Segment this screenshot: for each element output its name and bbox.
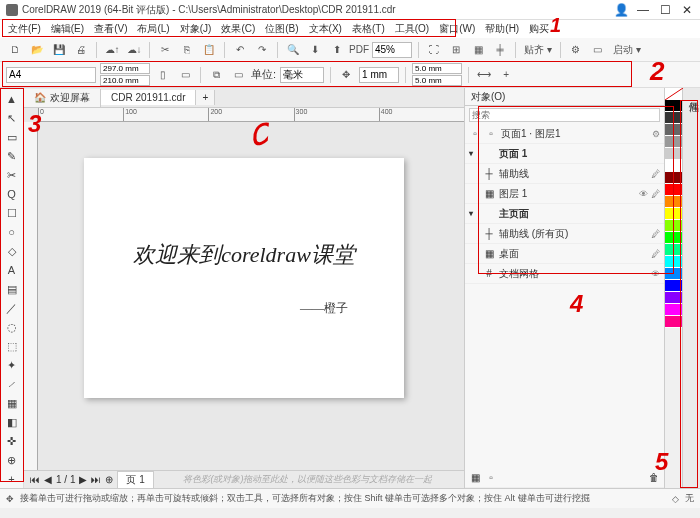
current-page-icon[interactable]: ▭: [229, 66, 247, 84]
nudge-input[interactable]: [359, 67, 399, 83]
page-tab[interactable]: 页 1: [117, 471, 153, 489]
menu-view[interactable]: 查看(V): [90, 22, 131, 36]
new-master-icon[interactable]: ▫: [485, 472, 497, 483]
tool-18[interactable]: ✜: [2, 432, 22, 450]
new-icon[interactable]: 🗋: [6, 41, 24, 59]
tool-17[interactable]: ◧: [2, 413, 22, 431]
minimize-button[interactable]: —: [636, 3, 650, 17]
page-height-input[interactable]: [100, 75, 150, 86]
tab-welcome[interactable]: 🏠 欢迎屏幕: [24, 89, 101, 107]
menu-tools[interactable]: 工具(O): [391, 22, 433, 36]
unit-select[interactable]: [280, 67, 324, 83]
tool-8[interactable]: ◇: [2, 242, 22, 260]
menu-help[interactable]: 帮助(H): [481, 22, 523, 36]
object-item-4[interactable]: ┼辅助线 (所有页)🖉: [465, 224, 664, 244]
rulers-icon[interactable]: ⊞: [447, 41, 465, 59]
treat-as-icon[interactable]: ⟷: [475, 66, 493, 84]
grid-icon[interactable]: ▦: [469, 41, 487, 59]
object-item-5[interactable]: ▦桌面🖉: [465, 244, 664, 264]
object-item-0[interactable]: ▾页面 1: [465, 144, 664, 164]
docker-tabs[interactable]: 属性: [682, 88, 700, 488]
expand-icon[interactable]: ▾: [469, 149, 479, 158]
snap-dropdown[interactable]: 贴齐 ▾: [522, 43, 554, 57]
color-swatch-5[interactable]: [665, 160, 682, 172]
color-swatch-11[interactable]: [665, 232, 682, 244]
dup-y-input[interactable]: [412, 75, 462, 86]
tool-1[interactable]: ↖: [2, 109, 22, 127]
color-swatch-13[interactable]: [665, 256, 682, 268]
menu-file[interactable]: 文件(F): [4, 22, 45, 36]
cut-icon[interactable]: ✂: [156, 41, 174, 59]
expand-icon[interactable]: ▾: [469, 209, 479, 218]
user-icon[interactable]: 👤: [614, 3, 628, 17]
first-page-icon[interactable]: ⏮: [30, 474, 40, 485]
pdf-icon[interactable]: PDF: [350, 41, 368, 59]
object-item-3[interactable]: ▾主页面: [465, 204, 664, 224]
paper-size-select[interactable]: [6, 67, 96, 83]
tool-15[interactable]: ⟋: [2, 375, 22, 393]
all-pages-icon[interactable]: ⧉: [207, 66, 225, 84]
color-swatch-1[interactable]: [665, 112, 682, 124]
tool-19[interactable]: ⊕: [2, 451, 22, 469]
canvas[interactable]: 0100200300400 欢迎来到coreldraw课堂 ——橙子: [24, 108, 464, 470]
tool-7[interactable]: ○: [2, 223, 22, 241]
object-item-2[interactable]: ▦图层 1👁 🖉: [465, 184, 664, 204]
tool-12[interactable]: ◌: [2, 318, 22, 336]
page-width-input[interactable]: [100, 63, 150, 74]
add-tab-button[interactable]: +: [196, 90, 215, 105]
add-preset-icon[interactable]: +: [497, 66, 515, 84]
menu-window[interactable]: 窗口(W): [435, 22, 479, 36]
color-swatch-6[interactable]: [665, 172, 682, 184]
next-page-icon[interactable]: ▶: [79, 474, 87, 485]
dup-x-input[interactable]: [412, 63, 462, 74]
menu-buy[interactable]: 购买: [525, 22, 553, 36]
item-status-icons[interactable]: 🖉: [651, 169, 660, 179]
item-status-icons[interactable]: 👁: [651, 269, 660, 279]
objects-search-input[interactable]: [469, 108, 660, 122]
item-status-icons[interactable]: 🖉: [651, 229, 660, 239]
menu-text[interactable]: 文本(X): [305, 22, 346, 36]
prev-page-icon[interactable]: ◀: [44, 474, 52, 485]
item-status-icons[interactable]: 🖉: [651, 249, 660, 259]
object-item-1[interactable]: ┼辅助线🖉: [465, 164, 664, 184]
color-swatch-12[interactable]: [665, 244, 682, 256]
tool-0[interactable]: ▲: [2, 90, 22, 108]
color-swatch-9[interactable]: [665, 208, 682, 220]
options-icon[interactable]: ⚙: [567, 41, 585, 59]
layout-icon[interactable]: ▭: [589, 41, 607, 59]
menu-object[interactable]: 对象(J): [176, 22, 216, 36]
close-button[interactable]: ✕: [680, 3, 694, 17]
color-swatch-8[interactable]: [665, 196, 682, 208]
tool-9[interactable]: A: [2, 261, 22, 279]
color-swatch-16[interactable]: [665, 292, 682, 304]
color-swatch-3[interactable]: [665, 136, 682, 148]
save-icon[interactable]: 💾: [50, 41, 68, 59]
color-swatch-14[interactable]: [665, 268, 682, 280]
menu-table[interactable]: 表格(T): [348, 22, 389, 36]
tool-4[interactable]: ✂: [2, 166, 22, 184]
color-swatch-7[interactable]: [665, 184, 682, 196]
print-icon[interactable]: 🖨: [72, 41, 90, 59]
search-icon[interactable]: 🔍: [284, 41, 302, 59]
object-item-6[interactable]: #文档网格👁: [465, 264, 664, 284]
copy-icon[interactable]: ⎘: [178, 41, 196, 59]
last-page-icon[interactable]: ⏭: [91, 474, 101, 485]
portrait-icon[interactable]: ▯: [154, 66, 172, 84]
maximize-button[interactable]: ☐: [658, 3, 672, 17]
export-icon[interactable]: ⬆: [328, 41, 346, 59]
item-status-icons[interactable]: 👁 🖉: [639, 189, 660, 199]
tool-6[interactable]: ☐: [2, 204, 22, 222]
menu-effects[interactable]: 效果(C): [217, 22, 259, 36]
menu-bitmap[interactable]: 位图(B): [261, 22, 302, 36]
cloud-up-icon[interactable]: ☁↑: [103, 41, 121, 59]
color-swatch-18[interactable]: [665, 316, 682, 328]
fullscreen-icon[interactable]: ⛶: [425, 41, 443, 59]
color-swatch-10[interactable]: [665, 220, 682, 232]
cloud-down-icon[interactable]: ☁↓: [125, 41, 143, 59]
tab-document[interactable]: CDR 201911.cdr: [101, 90, 196, 105]
paste-icon[interactable]: 📋: [200, 41, 218, 59]
new-layer-icon[interactable]: ▦: [469, 472, 481, 483]
tool-5[interactable]: Q: [2, 185, 22, 203]
color-swatch-15[interactable]: [665, 280, 682, 292]
color-swatch-17[interactable]: [665, 304, 682, 316]
